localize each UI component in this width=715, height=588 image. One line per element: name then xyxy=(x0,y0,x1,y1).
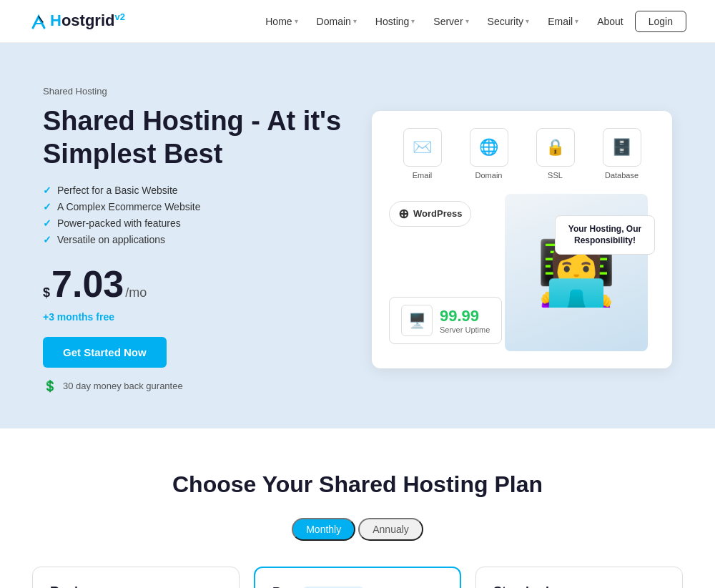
price-free-months: +3 months free xyxy=(43,311,343,323)
chevron-down-icon: ▾ xyxy=(411,17,415,25)
feature-item: ✓ Perfect for a Basic Website xyxy=(43,185,343,196)
uptime-badge: 🖥️ 99.99 Server Uptime xyxy=(389,297,502,344)
wordpress-badge: ⊕ WordPress xyxy=(389,201,471,227)
uptime-number: 99.99 xyxy=(440,307,490,325)
hero-right-card: ✉️ Email 🌐 Domain 🔒 SSL 🗄️ Database 👩‍💻 xyxy=(372,111,672,368)
billing-annually-button[interactable]: Annualy xyxy=(358,518,423,541)
logo-text: Hostgridv2 xyxy=(50,11,125,30)
hero-features-list: ✓ Perfect for a Basic Website ✓ A Comple… xyxy=(43,185,343,245)
nav-item-email[interactable]: Email ▾ xyxy=(541,11,586,31)
login-button[interactable]: Login xyxy=(635,11,686,32)
navbar: Hostgridv2 Home ▾ Domain ▾ Hosting ▾ Ser… xyxy=(0,0,715,43)
pricing-section: Choose Your Shared Hosting Plan Monthly … xyxy=(0,428,715,588)
logo-icon xyxy=(29,10,49,33)
nav-item-domain[interactable]: Domain ▾ xyxy=(310,11,364,31)
feature-item: ✓ Power-packed with features xyxy=(43,217,343,229)
nav-item-home[interactable]: Home ▾ xyxy=(258,11,305,31)
chevron-down-icon: ▾ xyxy=(295,17,298,25)
responsibility-badge: Your Hosting, Our Responsibility! xyxy=(555,215,655,255)
plan-header-pro: Pro most popular xyxy=(272,585,443,588)
feature-icon-email: ✉️ Email xyxy=(403,128,442,180)
domain-icon-box: 🌐 xyxy=(470,128,508,167)
email-icon-box: ✉️ xyxy=(403,128,442,167)
uptime-label: Server Uptime xyxy=(440,325,490,334)
hero-left: Shared Hosting Shared Hosting - At it's … xyxy=(43,86,343,393)
hero-title: Shared Hosting - At it's Simplest Best xyxy=(43,105,343,170)
money-icon: 💲 xyxy=(43,379,57,393)
logo[interactable]: Hostgridv2 xyxy=(29,10,125,33)
wordpress-icon: ⊕ xyxy=(398,206,409,222)
plan-name-business: Business xyxy=(50,584,107,588)
billing-monthly-button[interactable]: Monthly xyxy=(292,518,355,541)
nav-item-hosting[interactable]: Hosting ▾ xyxy=(368,11,422,31)
plan-name-pro: Pro xyxy=(272,585,294,588)
check-icon: ✓ xyxy=(43,185,51,196)
price-per-label: /mo xyxy=(125,285,147,300)
plan-card-standard: Standard We provide premium website & Fa… xyxy=(475,567,683,588)
get-started-button[interactable]: Get Started Now xyxy=(43,337,167,368)
nav-item-server[interactable]: Server ▾ xyxy=(426,11,475,31)
price-amount: 7.03 xyxy=(51,263,124,305)
plan-header-standard: Standard xyxy=(493,584,665,588)
nav-links: Home ▾ Domain ▾ Hosting ▾ Server ▾ Secur… xyxy=(258,11,686,32)
feature-icon-ssl: 🔒 SSL xyxy=(536,128,575,180)
nav-item-security[interactable]: Security ▾ xyxy=(480,11,537,31)
check-icon: ✓ xyxy=(43,201,51,212)
plan-card-business: Business We provide premium website & Fa… xyxy=(32,567,240,588)
money-back-guarantee: 💲 30 day money back gurantee xyxy=(43,379,343,393)
price-dollar-sign: $ xyxy=(43,285,50,300)
hero-price: $ 7.03 /mo xyxy=(43,263,343,305)
feature-icon-domain: 🌐 Domain xyxy=(470,128,508,180)
breadcrumb: Shared Hosting xyxy=(43,86,343,97)
billing-toggle: Monthly Annualy xyxy=(29,518,686,541)
feature-item: ✓ A Complex Ecommerce Website xyxy=(43,201,343,212)
hero-icons-row: ✉️ Email 🌐 Domain 🔒 SSL 🗄️ Database xyxy=(389,128,655,180)
nav-item-about[interactable]: About xyxy=(590,11,631,31)
chevron-down-icon: ▾ xyxy=(526,17,529,25)
chevron-down-icon: ▾ xyxy=(465,17,469,25)
pricing-title: Choose Your Shared Hosting Plan xyxy=(29,471,686,498)
check-icon: ✓ xyxy=(43,217,51,229)
chevron-down-icon: ▾ xyxy=(575,17,578,25)
hero-section: Shared Hosting Shared Hosting - At it's … xyxy=(0,43,715,428)
feature-icon-database: 🗄️ Database xyxy=(603,128,641,180)
chevron-down-icon: ▾ xyxy=(353,17,357,25)
ssl-icon-box: 🔒 xyxy=(536,128,575,167)
plan-name-standard: Standard xyxy=(493,584,549,588)
plan-header-business: Business xyxy=(50,584,222,588)
server-icon: 🖥️ xyxy=(401,305,433,336)
feature-item: ✓ Versatile on applications xyxy=(43,234,343,245)
database-icon-box: 🗄️ xyxy=(603,128,641,167)
plans-grid: Business We provide premium website & Fa… xyxy=(29,567,686,588)
plan-card-pro: Pro most popular We provide premium webs… xyxy=(254,567,461,588)
check-icon: ✓ xyxy=(43,234,51,245)
